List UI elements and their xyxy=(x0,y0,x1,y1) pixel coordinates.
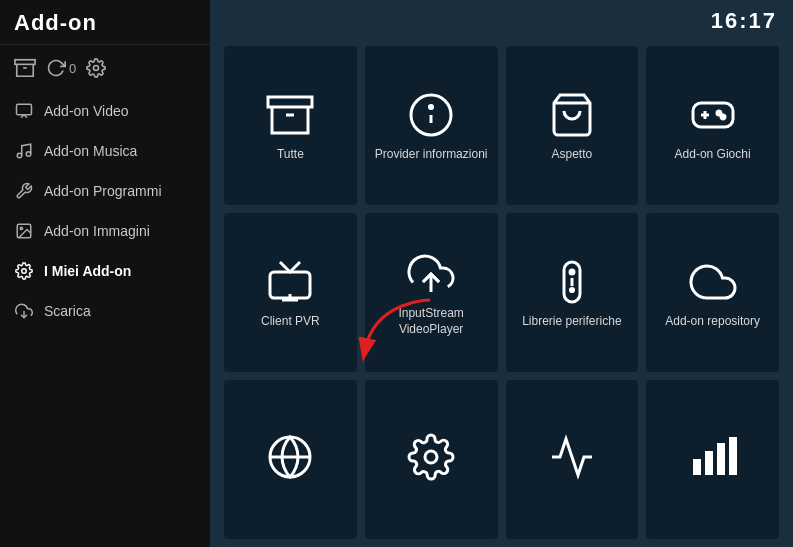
bag-icon xyxy=(548,91,596,139)
tile-pulse[interactable] xyxy=(506,380,639,539)
refresh-button[interactable]: 0 xyxy=(46,58,76,78)
sidebar: Add-on 0 Add- xyxy=(0,0,210,547)
images-icon xyxy=(14,221,34,241)
sidebar-item-video-label: Add-on Video xyxy=(44,103,129,119)
tile-games[interactable]: Add-on Giochi xyxy=(646,46,779,205)
pulse-icon xyxy=(548,433,596,481)
sidebar-item-mine[interactable]: I Miei Add-on xyxy=(0,251,210,291)
svg-point-5 xyxy=(26,152,31,157)
svg-rect-33 xyxy=(693,459,701,475)
tile-inputstream-label: InputStream VideoPlayer xyxy=(373,306,490,337)
svg-point-7 xyxy=(20,227,22,229)
sidebar-title: Add-on xyxy=(14,10,97,35)
svg-point-27 xyxy=(570,270,574,274)
svg-rect-21 xyxy=(693,103,733,127)
tile-repo-label: Add-on repository xyxy=(665,314,760,330)
sidebar-header: Add-on xyxy=(0,0,210,45)
box-icon xyxy=(266,91,314,139)
svg-rect-3 xyxy=(17,104,32,115)
mine-icon xyxy=(14,261,34,281)
tile-games-label: Add-on Giochi xyxy=(675,147,751,163)
info-circle-icon xyxy=(407,91,455,139)
upload-icon xyxy=(407,250,455,298)
globe-icon xyxy=(266,433,314,481)
tile-all-label: Tutte xyxy=(277,147,304,163)
svg-point-20 xyxy=(721,115,725,119)
svg-point-32 xyxy=(425,451,437,463)
tile-periph[interactable]: Librerie periferiche xyxy=(506,213,639,372)
download-icon xyxy=(14,301,34,321)
tile-aspect[interactable]: Aspetto xyxy=(506,46,639,205)
tile-aspect-label: Aspetto xyxy=(552,147,593,163)
sidebar-item-download-label: Scarica xyxy=(44,303,91,319)
cloud-icon xyxy=(689,258,737,306)
open-box-button[interactable] xyxy=(14,57,36,79)
open-box-icon xyxy=(14,57,36,79)
tv-icon xyxy=(266,258,314,306)
svg-point-8 xyxy=(22,269,27,274)
video-icon xyxy=(14,101,34,121)
topbar: 16:17 xyxy=(210,0,793,38)
tile-repo[interactable]: Add-on repository xyxy=(646,213,779,372)
programs-icon xyxy=(14,181,34,201)
main-content: 16:17 Tutte Provider informazioni xyxy=(210,0,793,547)
svg-rect-0 xyxy=(15,60,35,65)
svg-rect-36 xyxy=(729,437,737,475)
clock: 16:17 xyxy=(711,8,777,34)
sidebar-item-images[interactable]: Add-on Immagini xyxy=(0,211,210,251)
tile-periph-label: Librerie periferiche xyxy=(522,314,621,330)
tile-bars[interactable] xyxy=(646,380,779,539)
gamepad-icon xyxy=(689,91,737,139)
svg-point-29 xyxy=(570,288,573,291)
svg-rect-10 xyxy=(268,97,312,107)
tile-inputstream[interactable]: InputStream VideoPlayer xyxy=(365,213,498,372)
svg-point-2 xyxy=(94,66,99,71)
sidebar-nav: Add-on Video Add-on Musica Add-on Progra… xyxy=(0,91,210,547)
svg-point-19 xyxy=(717,111,721,115)
sidebar-item-programs[interactable]: Add-on Programmi xyxy=(0,171,210,211)
addon-grid: Tutte Provider informazioni Aspetto xyxy=(210,38,793,547)
svg-rect-34 xyxy=(705,451,713,475)
tile-all[interactable]: Tutte xyxy=(224,46,357,205)
sidebar-icons-row: 0 xyxy=(0,45,210,87)
sidebar-item-mine-label: I Miei Add-on xyxy=(44,263,131,279)
remote-icon xyxy=(548,258,596,306)
sidebar-item-programs-label: Add-on Programmi xyxy=(44,183,162,199)
gear2-icon xyxy=(407,433,455,481)
svg-point-4 xyxy=(17,153,22,158)
sidebar-item-music[interactable]: Add-on Musica xyxy=(0,131,210,171)
bars-icon xyxy=(689,433,737,481)
tile-info[interactable]: Provider informazioni xyxy=(365,46,498,205)
sidebar-item-download[interactable]: Scarica xyxy=(0,291,210,331)
refresh-icon xyxy=(46,58,66,78)
tile-info-label: Provider informazioni xyxy=(375,147,488,163)
svg-point-15 xyxy=(430,105,433,108)
tile-pvr[interactable]: Client PVR xyxy=(224,213,357,372)
tile-web[interactable] xyxy=(224,380,357,539)
sidebar-item-images-label: Add-on Immagini xyxy=(44,223,150,239)
sidebar-item-music-label: Add-on Musica xyxy=(44,143,137,159)
tile-pvr-label: Client PVR xyxy=(261,314,320,330)
refresh-count: 0 xyxy=(69,61,76,76)
tile-settings2[interactable] xyxy=(365,380,498,539)
settings-icon xyxy=(86,58,106,78)
music-icon xyxy=(14,141,34,161)
svg-rect-35 xyxy=(717,443,725,475)
sidebar-item-video[interactable]: Add-on Video xyxy=(0,91,210,131)
settings-button[interactable] xyxy=(86,58,106,78)
